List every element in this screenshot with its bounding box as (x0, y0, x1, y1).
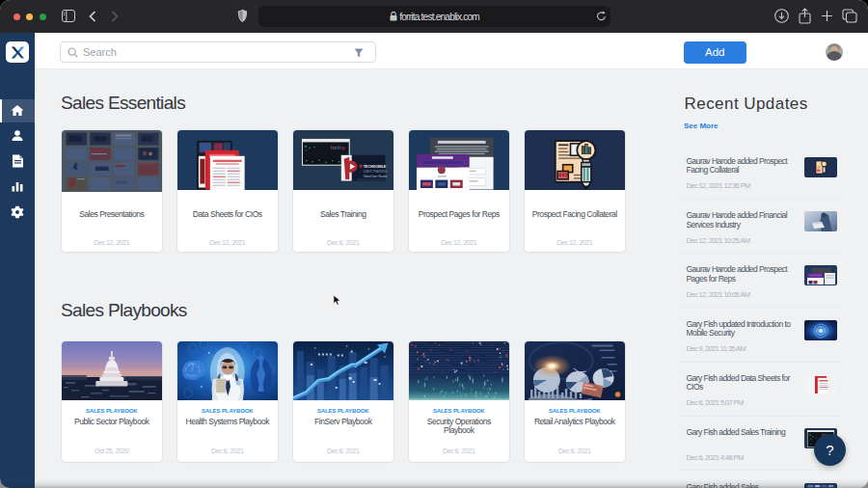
svg-text:GovCon Suite: GovCon Suite (363, 173, 388, 177)
svg-text:TECHNOMILE: TECHNOMILE (363, 164, 386, 168)
svg-text:Intility: Intility (330, 144, 344, 149)
